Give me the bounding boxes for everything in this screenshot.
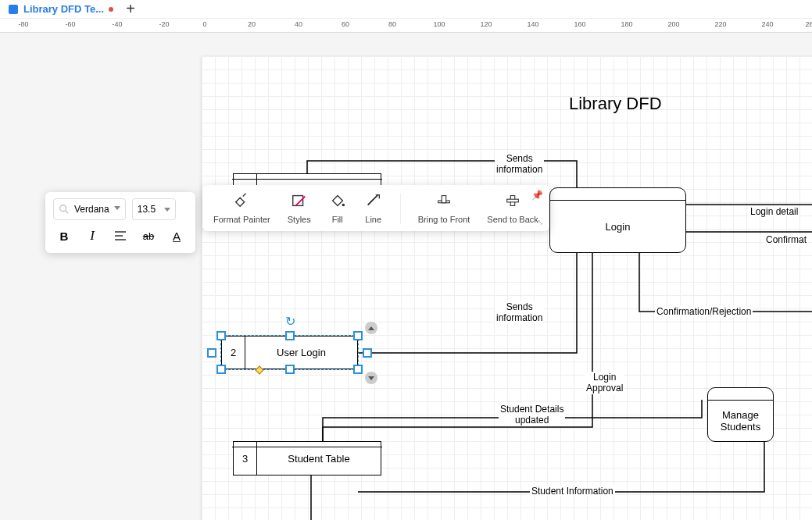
styles-button[interactable]: Styles	[288, 191, 311, 225]
search-icon	[59, 204, 70, 215]
ruler-tick: 40	[295, 20, 302, 28]
svg-point-11	[342, 204, 345, 207]
chevron-down-icon	[114, 206, 120, 210]
ruler-tick: 100	[433, 20, 445, 28]
svg-point-5	[60, 205, 66, 212]
ctx-label: Styles	[288, 215, 311, 225]
modified-indicator-icon	[109, 7, 113, 12]
resize-handle[interactable]	[216, 331, 226, 340]
format-painter-button[interactable]: Format Painter	[213, 191, 270, 225]
tab-title: Library DFD Te...	[23, 3, 104, 15]
italic-button[interactable]: I	[81, 225, 103, 247]
horizontal-ruler: -80 -60 -40 -20 0 20 40 60 80 100 120 14…	[0, 19, 812, 33]
ruler-tick: 160	[574, 20, 585, 28]
send-back-icon	[503, 191, 522, 210]
ruler-tick: 220	[714, 20, 726, 28]
format-painter-icon	[232, 191, 251, 210]
font-size-select[interactable]: 13.5	[132, 198, 176, 220]
ctx-label: Format Painter	[213, 215, 270, 225]
separator	[400, 193, 401, 224]
font-color-button[interactable]: A	[166, 225, 188, 247]
ruler-tick: 180	[621, 20, 632, 28]
node-login[interactable]: Login	[549, 187, 686, 253]
ruler-tick: -40	[112, 20, 122, 28]
ruler-tick: 200	[667, 20, 679, 28]
flow-label: Login detail	[749, 206, 799, 217]
line-button[interactable]: Line	[364, 191, 383, 225]
resize-handle[interactable]	[363, 348, 372, 358]
node-label: Manage Students	[708, 401, 773, 441]
ctx-label: Fill	[332, 215, 343, 225]
expand-down-icon[interactable]	[365, 372, 377, 384]
font-family-select[interactable]: Verdana	[53, 198, 126, 220]
process-student[interactable]: 3 Student Table	[233, 441, 381, 475]
fill-button[interactable]: Fill	[328, 191, 347, 225]
font-size-value: 13.5	[138, 204, 156, 215]
ruler-tick: 140	[527, 20, 538, 28]
line-icon	[364, 191, 383, 210]
bold-button[interactable]: B	[53, 225, 75, 247]
font-format-toolbar: Verdana 13.5 B I ab A	[45, 192, 195, 253]
styles-icon	[290, 191, 309, 210]
flow-label: Confirmation/Rejection	[655, 306, 753, 317]
canvas[interactable]: Library DFD	[0, 33, 812, 520]
chevron-down-icon	[164, 208, 170, 212]
tab-bar: Library DFD Te... +	[0, 0, 812, 19]
pin-icon[interactable]: 📌	[531, 190, 543, 201]
flow-label: Sends information	[495, 153, 544, 176]
strikethrough-button[interactable]: ab	[138, 225, 159, 247]
resize-handle[interactable]	[353, 365, 363, 374]
expand-up-icon[interactable]	[365, 322, 377, 334]
diagram-page[interactable]: Library DFD	[202, 56, 812, 520]
doc-icon	[8, 4, 19, 15]
ctx-label: Line	[365, 215, 381, 225]
ruler-tick: 20	[248, 20, 256, 28]
flow-label: Student Details updated	[499, 404, 565, 426]
ruler-tick: 260	[805, 20, 812, 28]
ctx-label: Bring to Front	[418, 215, 470, 225]
resize-handle[interactable]	[216, 365, 226, 374]
resize-handle[interactable]	[207, 348, 216, 358]
ctx-label: Send to Back	[487, 215, 538, 225]
node-manage-students[interactable]: Manage Students	[707, 387, 774, 442]
flow-label: Confirmat	[764, 234, 808, 245]
ruler-tick: 240	[761, 20, 773, 28]
resize-handle[interactable]	[285, 331, 295, 340]
rotate-handle[interactable]: ↻	[285, 314, 295, 323]
selection-indicator: ↻	[221, 336, 358, 369]
svg-rect-15	[507, 199, 519, 202]
bring-to-front-button[interactable]: Bring to Front	[418, 191, 470, 225]
ruler-tick: 80	[388, 20, 396, 28]
node-label: Login	[550, 201, 685, 252]
flow-label: Sends information	[495, 301, 544, 324]
align-button[interactable]	[109, 225, 131, 247]
resize-handle[interactable]	[285, 365, 295, 374]
document-tab[interactable]: Library DFD Te...	[0, 0, 121, 18]
expand-icon[interactable]: ⤡	[537, 218, 543, 226]
svg-rect-13	[442, 196, 446, 203]
bring-front-icon	[435, 191, 453, 210]
ruler-tick: 0	[202, 20, 206, 28]
ruler-tick: -60	[65, 20, 75, 28]
align-icon	[113, 229, 127, 243]
ruler-tick: -80	[18, 20, 28, 28]
add-tab-button[interactable]: +	[121, 0, 140, 19]
fill-icon	[328, 191, 347, 210]
resize-handle[interactable]	[353, 331, 363, 340]
ruler-tick: 120	[480, 20, 492, 28]
svg-rect-0	[9, 5, 18, 14]
ruler-tick: 60	[342, 20, 349, 28]
ruler-tick: -20	[159, 20, 169, 28]
flow-label: Student Information	[530, 486, 615, 497]
context-action-toolbar: 📌 ⤡ Format Painter Styles Fill Line Brin…	[202, 185, 549, 231]
svg-line-6	[66, 211, 69, 214]
flow-label: Login Approval	[585, 372, 624, 394]
font-family-value: Verdana	[74, 204, 109, 215]
